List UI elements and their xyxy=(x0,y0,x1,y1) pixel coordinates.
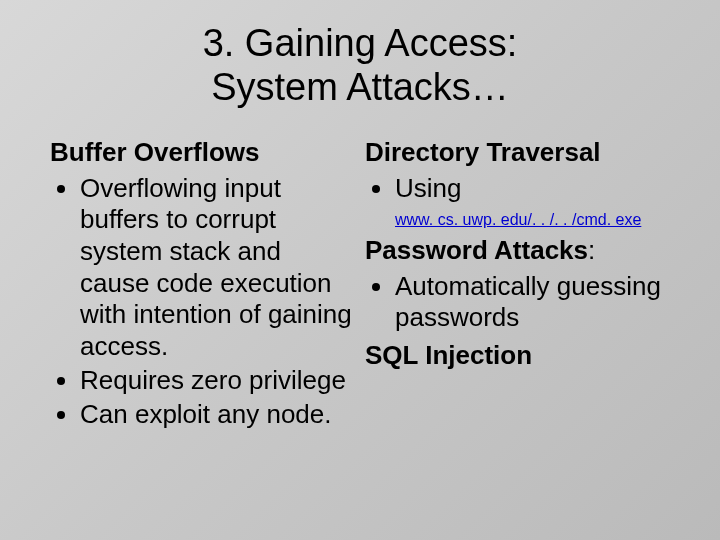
slide: 3. Gaining Access: System Attacks… Buffe… xyxy=(0,0,720,540)
bullet-item: Using xyxy=(395,173,670,205)
directory-bullets: Using xyxy=(365,173,670,205)
bullet-item: Can exploit any node. xyxy=(80,399,355,431)
slide-title: 3. Gaining Access: System Attacks… xyxy=(50,22,670,109)
title-line-1: 3. Gaining Access: xyxy=(203,22,518,64)
bullet-item: Automatically guessing passwords xyxy=(395,271,670,334)
heading-text: Password Attacks xyxy=(365,235,588,265)
password-bullets: Automatically guessing passwords xyxy=(365,271,670,334)
left-column: Buffer Overflows Overflowing input buffe… xyxy=(50,137,355,436)
bullet-item: Overflowing input buffers to corrupt sys… xyxy=(80,173,355,363)
heading-colon: : xyxy=(588,235,595,265)
bullet-item: Requires zero privilege xyxy=(80,365,355,397)
heading-password-attacks: Password Attacks: xyxy=(365,235,670,266)
title-line-2: System Attacks… xyxy=(211,66,509,108)
heading-buffer-overflows: Buffer Overflows xyxy=(50,137,355,168)
left-bullets: Overflowing input buffers to corrupt sys… xyxy=(50,173,355,431)
right-column: Directory Traversal Using www. cs. uwp. … xyxy=(365,137,670,436)
traversal-link[interactable]: www. cs. uwp. edu/. . /. . /cmd. exe xyxy=(395,210,670,229)
heading-directory-traversal: Directory Traversal xyxy=(365,137,670,168)
content-columns: Buffer Overflows Overflowing input buffe… xyxy=(50,137,670,436)
heading-sql-injection: SQL Injection xyxy=(365,340,670,371)
